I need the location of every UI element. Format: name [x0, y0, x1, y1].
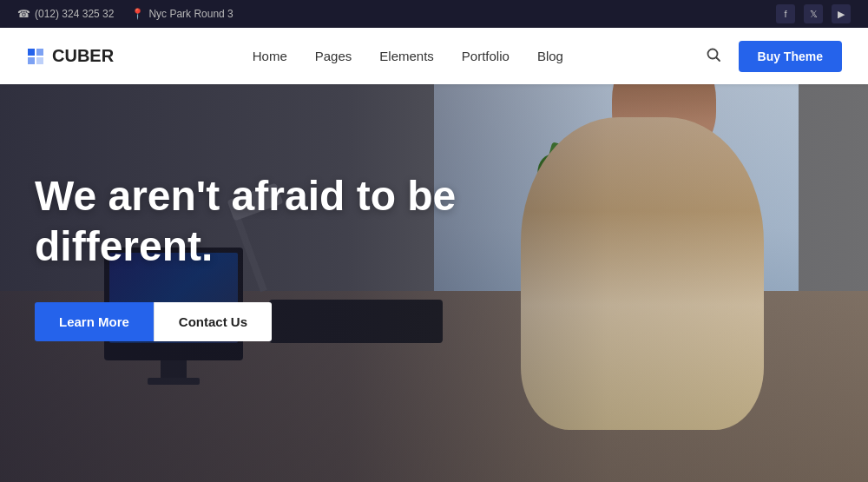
nav-right: Buy Theme [702, 41, 842, 72]
nav-links: Home Pages Elements Portfolio Blog [253, 49, 563, 64]
svg-rect-2 [28, 57, 35, 64]
learn-more-button[interactable]: Learn More [35, 302, 154, 341]
svg-rect-1 [36, 49, 43, 56]
svg-line-5 [716, 57, 720, 61]
search-button[interactable] [702, 43, 725, 69]
top-bar: ☎ (012) 324 325 32 📍 Nyc Park Round 3 f … [0, 0, 868, 28]
nav-item-portfolio[interactable]: Portfolio [462, 49, 510, 64]
top-bar-social: f 𝕏 ▶ [776, 4, 851, 23]
twitter-icon[interactable]: 𝕏 [804, 4, 823, 23]
buy-theme-button[interactable]: Buy Theme [739, 41, 842, 72]
nav-item-pages[interactable]: Pages [315, 49, 352, 64]
svg-rect-3 [36, 57, 43, 64]
hero-headline: We aren't afraid to be different. [35, 171, 486, 271]
contact-us-button[interactable]: Contact Us [154, 302, 272, 341]
top-bar-left: ☎ (012) 324 325 32 📍 Nyc Park Round 3 [17, 8, 233, 20]
address-info: 📍 Nyc Park Round 3 [131, 8, 233, 20]
hero-section: We aren't afraid to be different. Learn … [0, 84, 868, 482]
nav-item-home[interactable]: Home [253, 49, 287, 64]
hero-content: We aren't afraid to be different. Learn … [35, 171, 486, 341]
logo-icon [26, 47, 45, 66]
phone-icon: ☎ [17, 8, 30, 20]
phone-number: (012) 324 325 32 [35, 8, 114, 20]
address-text: Nyc Park Round 3 [148, 8, 233, 20]
location-icon: 📍 [131, 8, 144, 20]
facebook-icon[interactable]: f [776, 4, 795, 23]
logo-text: CUBER [52, 46, 114, 66]
youtube-icon[interactable]: ▶ [832, 4, 851, 23]
nav-item-blog[interactable]: Blog [537, 49, 563, 64]
hero-buttons: Learn More Contact Us [35, 302, 486, 341]
navbar: CUBER Home Pages Elements Portfolio Blog… [0, 28, 868, 84]
svg-point-4 [707, 49, 717, 58]
phone-info: ☎ (012) 324 325 32 [17, 8, 114, 20]
logo[interactable]: CUBER [26, 46, 114, 66]
nav-item-elements[interactable]: Elements [379, 49, 434, 64]
svg-rect-0 [28, 49, 35, 56]
